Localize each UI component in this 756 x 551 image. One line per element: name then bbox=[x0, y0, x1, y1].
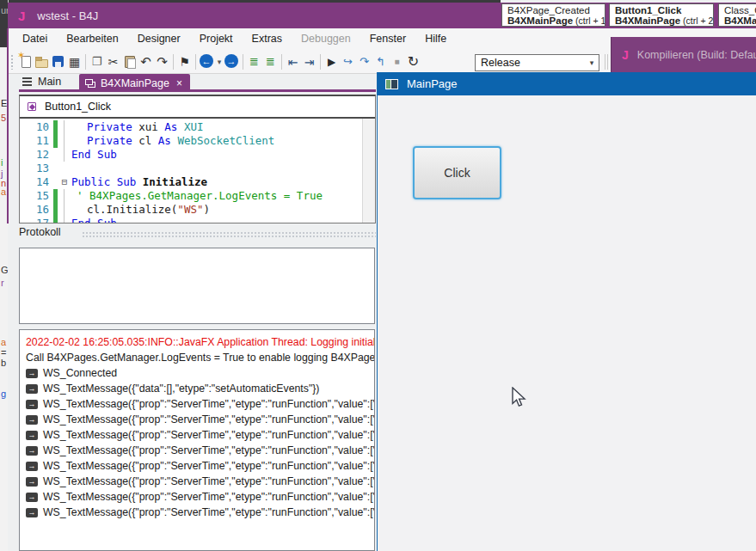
step-into-button[interactable]: ↪ bbox=[340, 53, 356, 70]
bookmark-tab-3[interactable]: Class_GB4XMai bbox=[718, 3, 756, 27]
event-arrow-icon bbox=[26, 446, 38, 456]
step-out-button[interactable]: ↰ bbox=[372, 53, 389, 70]
restart-button[interactable]: ↻ bbox=[405, 53, 421, 70]
click-button[interactable]: Click bbox=[413, 146, 501, 199]
menu-item-debuggen[interactable]: Debuggen bbox=[292, 28, 360, 50]
code-line: 15' B4XPages.GetManager.LogEvents = True bbox=[20, 189, 375, 203]
toolbar-separator bbox=[605, 54, 605, 70]
log-text: WS_TextMessage({"prop":"ServerTime","ety… bbox=[43, 505, 375, 520]
log-output-box[interactable]: 2022-02-02 16:25:05.035:INFO::JavaFX App… bbox=[19, 329, 375, 551]
forward-button[interactable] bbox=[224, 53, 240, 70]
code-text: Public Sub Initialize bbox=[71, 175, 375, 189]
mainpage-titlebar[interactable]: MainPage bbox=[378, 72, 756, 95]
code-line: 10Private xui As XUI bbox=[20, 120, 375, 134]
new-file-button[interactable] bbox=[17, 53, 34, 70]
menu-item-designer[interactable]: Designer bbox=[128, 28, 190, 50]
log-text: WS_TextMessage({"prop":"ServerTime","ety… bbox=[43, 443, 375, 458]
log-line: WS_TextMessage({"prop":"ServerTime","ety… bbox=[26, 427, 374, 443]
change-bar bbox=[53, 148, 58, 162]
editor-scrollbar[interactable] bbox=[362, 119, 375, 223]
log-text: WS_TextMessage({"prop":"ServerTime","ety… bbox=[43, 474, 375, 489]
code-editor[interactable]: Button1_Click 10Private xui As XUI11Priv… bbox=[19, 95, 376, 223]
code-segment: End Sub bbox=[71, 217, 117, 223]
bookmark-tab-shortcut: (ctrl + 2) bbox=[680, 15, 714, 26]
code-segment: As bbox=[164, 120, 184, 133]
bookmark-tab-sub-name: B4XPage_Created bbox=[507, 5, 599, 15]
fold-guide bbox=[64, 189, 71, 203]
fold-guide bbox=[64, 203, 71, 217]
code-lines: 10Private xui As XUI11Private cl As WebS… bbox=[20, 120, 375, 223]
sub-navigator[interactable]: Button1_Click bbox=[20, 96, 375, 119]
code-text: Private xui As XUI bbox=[71, 120, 375, 134]
paste-button[interactable] bbox=[121, 53, 138, 70]
change-bar bbox=[53, 189, 58, 203]
bookmark-tab-module-name: B4XMai bbox=[724, 15, 756, 26]
line-number: 11 bbox=[20, 134, 53, 148]
bookmark-tab-sub-name: Class_G bbox=[724, 5, 756, 15]
copy-button[interactable]: ❐ bbox=[89, 53, 105, 70]
background-code-letter: a bbox=[1, 187, 6, 197]
back-button[interactable] bbox=[199, 53, 215, 70]
tab-main[interactable]: Main bbox=[19, 74, 79, 89]
log-panel-grip[interactable] bbox=[82, 231, 376, 239]
event-arrow-icon bbox=[26, 431, 38, 440]
background-code-letter: a bbox=[1, 337, 6, 347]
b4j-logo: J bbox=[18, 9, 25, 23]
step-over-button[interactable]: ↷ bbox=[356, 53, 372, 70]
fold-collapse-icon[interactable]: ⊟ bbox=[58, 175, 71, 189]
toolbar-separator bbox=[243, 54, 243, 70]
toolbar-grip[interactable] bbox=[10, 54, 14, 70]
code-text bbox=[71, 162, 375, 175]
run-button[interactable]: ▶ bbox=[323, 53, 340, 70]
background-code-letter: 5 bbox=[1, 113, 6, 123]
menu-item-datei[interactable]: Datei bbox=[13, 28, 57, 50]
log-line: WS_TextMessage({"prop":"ServerTime","ety… bbox=[26, 489, 374, 505]
mouse-cursor bbox=[512, 387, 529, 411]
log-line: WS_TextMessage({"prop":"ServerTime","ety… bbox=[26, 458, 374, 474]
build-configuration-select[interactable]: Release ▾ bbox=[475, 54, 599, 71]
log-line: Call B4XPages.GetManager.LogEvents = Tru… bbox=[26, 350, 374, 365]
change-bar bbox=[53, 120, 58, 134]
background-code-letter: b bbox=[1, 358, 6, 368]
stop-button[interactable]: ■ bbox=[389, 53, 405, 70]
menu-item-projekt[interactable]: Projekt bbox=[190, 28, 243, 50]
cut-button[interactable]: ✂ bbox=[105, 53, 121, 70]
close-icon[interactable]: × bbox=[176, 77, 182, 89]
compile-progress-window[interactable]: J Kompilieren (Build: Default bbox=[611, 37, 756, 72]
bookmark-button[interactable]: ⚑ bbox=[176, 53, 193, 70]
save-button[interactable] bbox=[50, 53, 66, 70]
undo-button[interactable]: ↶ bbox=[138, 53, 154, 70]
line-number: 15 bbox=[20, 189, 53, 203]
bookmark-tab-2[interactable]: Button1_ClickB4XMainPage (ctrl + 2) bbox=[609, 3, 714, 27]
b4j-logo: J bbox=[622, 48, 629, 62]
menu-item-bearbeiten[interactable]: Bearbeiten bbox=[57, 28, 127, 50]
menu-item-extras[interactable]: Extras bbox=[243, 28, 292, 50]
find-button[interactable]: ▦ bbox=[66, 53, 83, 70]
build-configuration-value: Release bbox=[476, 57, 585, 69]
back-dropdown-button[interactable]: ▾ bbox=[215, 53, 224, 70]
event-arrow-icon bbox=[26, 508, 38, 517]
line-number: 13 bbox=[20, 162, 53, 175]
event-arrow-icon bbox=[26, 384, 38, 394]
code-text: End Sub bbox=[71, 148, 375, 162]
page-module-icon bbox=[85, 79, 95, 88]
line-number: 16 bbox=[20, 203, 53, 217]
log-filter-box[interactable] bbox=[19, 248, 375, 324]
bookmark-tab-1[interactable]: B4XPage_CreatedB4XMainPage (ctrl + 1) bbox=[501, 3, 605, 27]
outdent-button[interactable]: ⇤ bbox=[285, 53, 301, 70]
mainpage-title: MainPage bbox=[407, 77, 458, 90]
log-line: 2022-02-02 16:25:05.035:INFO::JavaFX App… bbox=[26, 334, 374, 350]
log-panel-title: Protokoll bbox=[19, 226, 61, 238]
bookmark-tab-module-name: B4XMainPage (ctrl + 2) bbox=[615, 15, 708, 26]
line-number: 14 bbox=[20, 175, 53, 189]
menu-item-fenster[interactable]: Fenster bbox=[360, 28, 415, 50]
chevron-down-icon: ▾ bbox=[585, 58, 599, 67]
toolbar-separator bbox=[173, 54, 174, 70]
redo-button[interactable]: ↷ bbox=[154, 53, 170, 70]
open-file-button[interactable] bbox=[34, 53, 50, 70]
indent-button[interactable]: ⇥ bbox=[301, 53, 317, 70]
log-text: WS_TextMessage({"prop":"ServerTime","ety… bbox=[43, 489, 375, 505]
menu-item-hilfe[interactable]: Hilfe bbox=[415, 28, 456, 50]
comment-add-button[interactable]: ≣ bbox=[246, 53, 262, 70]
comment-remove-button[interactable]: ≣ bbox=[262, 53, 279, 70]
